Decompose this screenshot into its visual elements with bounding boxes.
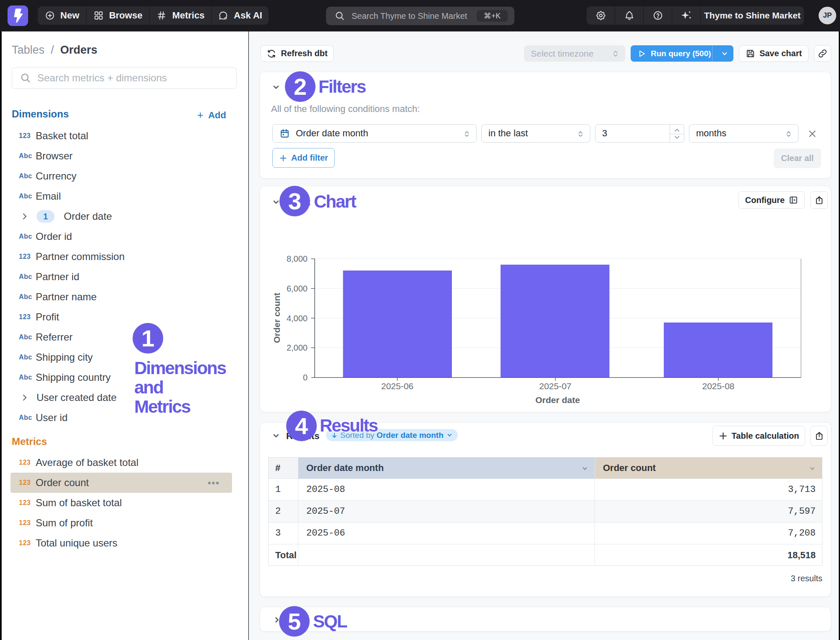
svg-text:2025-08: 2025-08 — [702, 381, 734, 391]
svg-text:6,000: 6,000 — [287, 284, 308, 293]
svg-text:4,000: 4,000 — [287, 314, 308, 323]
svg-text:2025-06: 2025-06 — [381, 381, 413, 391]
svg-text:Order count: Order count — [272, 293, 282, 343]
svg-text:2,000: 2,000 — [287, 343, 308, 352]
svg-text:Order date: Order date — [535, 395, 580, 405]
svg-text:2025-07: 2025-07 — [539, 381, 571, 391]
svg-text:0: 0 — [303, 373, 308, 382]
svg-text:8,000: 8,000 — [287, 254, 308, 263]
